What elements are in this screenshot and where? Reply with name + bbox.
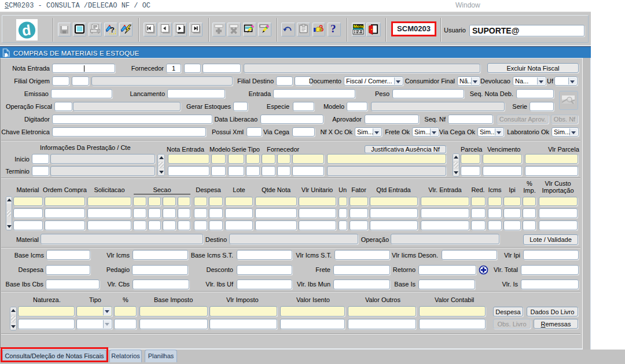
- svg-text:?: ?: [330, 23, 336, 35]
- svg-text:?: ?: [110, 25, 115, 34]
- svg-text:Menu: Menu: [354, 24, 365, 29]
